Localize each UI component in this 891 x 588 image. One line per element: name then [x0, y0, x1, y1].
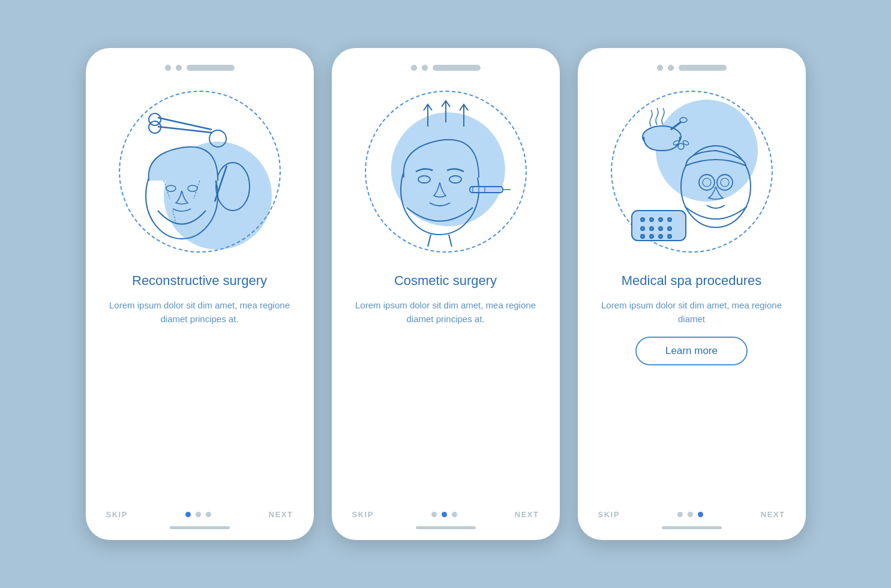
svg-line-11	[173, 211, 176, 223]
phone-2-next[interactable]: NEXT	[515, 510, 539, 519]
phone-2-title: Cosmetic surgery	[394, 272, 497, 290]
phone-1-next[interactable]: NEXT	[269, 510, 293, 519]
nav-dot-3[interactable]	[698, 512, 703, 517]
phone-1-dots	[185, 512, 211, 517]
svg-point-12	[209, 130, 226, 147]
svg-point-42	[641, 227, 644, 230]
phone-dot	[668, 65, 674, 71]
svg-point-8	[188, 185, 197, 191]
phone-3-next[interactable]: NEXT	[761, 510, 785, 519]
nav-dot-2[interactable]	[688, 512, 693, 517]
svg-line-19	[428, 235, 431, 247]
svg-point-39	[650, 218, 653, 221]
svg-point-44	[659, 227, 662, 230]
phone-1-home-bar	[170, 526, 230, 529]
phone-2: Cosmetic surgery Lorem ipsum dolor sit d…	[332, 48, 560, 540]
nav-dot-1[interactable]	[677, 512, 683, 517]
phone-dot	[165, 65, 171, 71]
phone-1: Reconstructive surgery Lorem ipsum dolor…	[86, 48, 314, 540]
phone-3-skip[interactable]: SKIP	[598, 510, 620, 519]
cosmetic-surgery-illustration	[368, 94, 524, 250]
phone-1-illustration	[110, 82, 290, 262]
svg-point-40	[659, 218, 662, 221]
phone-2-illustration	[356, 82, 536, 262]
nav-dot-1[interactable]	[431, 512, 437, 517]
phone-pill	[187, 65, 235, 71]
phones-container: Reconstructive surgery Lorem ipsum dolor…	[86, 48, 806, 540]
svg-line-20	[449, 235, 452, 247]
svg-point-38	[641, 218, 644, 221]
svg-point-45	[668, 227, 671, 230]
phone-3-illustration	[602, 82, 782, 262]
nav-dot-1[interactable]	[185, 512, 191, 517]
phone-2-home-bar	[416, 526, 476, 529]
phone-2-description: Lorem ipsum dolor sit dim amet, mea regi…	[346, 298, 545, 326]
learn-more-button[interactable]: Learn more	[635, 337, 748, 365]
svg-point-43	[650, 227, 653, 230]
svg-point-49	[668, 235, 671, 238]
phone-dot	[657, 65, 663, 71]
phone-dot	[176, 65, 182, 71]
svg-line-10	[194, 181, 200, 199]
phone-3: Medical spa procedures Lorem ipsum dolor…	[578, 48, 806, 540]
phone-2-top-bar	[346, 65, 545, 71]
nav-dot-2[interactable]	[196, 512, 201, 517]
reconstructive-surgery-illustration	[122, 94, 278, 250]
phone-1-description: Lorem ipsum dolor sit dim amet, mea regi…	[100, 298, 299, 326]
phone-1-top-bar	[100, 65, 299, 71]
spa-procedures-illustration	[614, 94, 770, 250]
phone-3-dots	[677, 512, 703, 517]
phone-1-title: Reconstructive surgery	[132, 272, 267, 290]
phone-pill	[433, 65, 481, 71]
nav-dot-2[interactable]	[442, 512, 447, 517]
phone-3-bottom-bar: SKIP NEXT	[592, 510, 791, 519]
svg-point-28	[680, 118, 687, 122]
svg-point-7	[166, 185, 176, 191]
phone-2-dots	[431, 512, 457, 517]
phone-dot	[422, 65, 428, 71]
svg-point-48	[659, 235, 662, 238]
svg-rect-21	[470, 187, 503, 193]
nav-dot-3[interactable]	[452, 512, 457, 517]
phone-3-title: Medical spa procedures	[622, 272, 762, 290]
nav-dot-3[interactable]	[206, 512, 211, 517]
svg-point-4	[216, 163, 250, 211]
svg-point-47	[650, 235, 653, 238]
svg-point-46	[641, 235, 644, 238]
phone-pill	[679, 65, 727, 71]
svg-point-41	[668, 218, 671, 221]
phone-2-skip[interactable]: SKIP	[352, 510, 374, 519]
phone-3-home-bar	[662, 526, 722, 529]
svg-point-34	[717, 175, 733, 190]
svg-point-33	[699, 175, 715, 190]
svg-point-29	[678, 143, 684, 149]
phone-2-bottom-bar: SKIP NEXT	[346, 510, 545, 519]
svg-line-9	[164, 181, 170, 199]
phone-1-skip[interactable]: SKIP	[106, 510, 128, 519]
phone-3-top-bar	[592, 65, 791, 71]
phone-1-bottom-bar: SKIP NEXT	[100, 510, 299, 519]
phone-dot	[411, 65, 417, 71]
phone-3-description: Lorem ipsum dolor sit dim amet, mea regi…	[592, 298, 791, 326]
